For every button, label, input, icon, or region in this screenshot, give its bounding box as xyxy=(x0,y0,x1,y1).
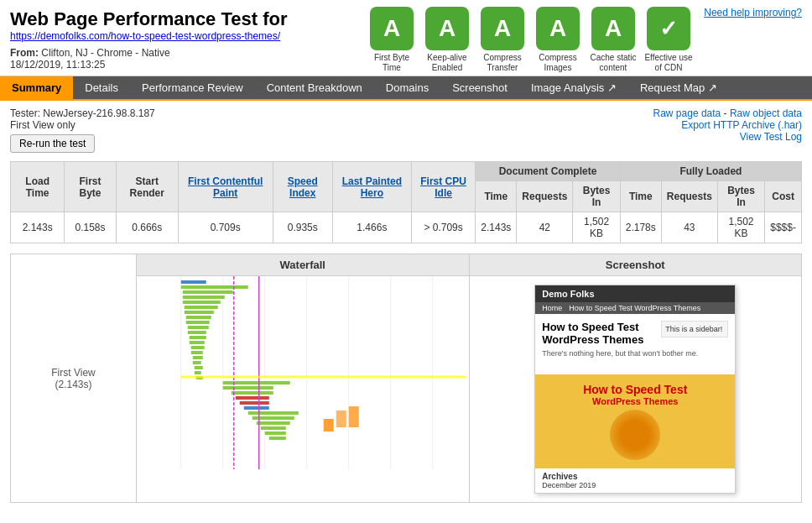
grade-label-cache-static: Cache static content xyxy=(587,53,639,73)
ss-archive-title: Archives xyxy=(542,472,728,481)
svg-rect-19 xyxy=(190,336,206,339)
table-row-first-view: 2.143s 0.158s 0.666s 0.709s 0.935s 1.466… xyxy=(11,212,802,243)
svg-rect-32 xyxy=(240,401,269,405)
grade-first-byte[interactable]: A First Byte Time xyxy=(366,7,418,73)
test-date: 18/12/2019, 11:13:25 xyxy=(10,59,105,71)
grades-container: A First Byte Time A Keep-alive Enabled A… xyxy=(366,7,695,73)
raw-object-data-link[interactable]: Raw object data xyxy=(730,107,802,119)
first-view-time: (2.143s) xyxy=(51,379,95,390)
first-view-label-panel: First View (2.143s) xyxy=(11,254,137,502)
tab-domains[interactable]: Domains xyxy=(374,76,440,99)
svg-rect-18 xyxy=(188,331,206,334)
ss-article-text: There's nothing here, but that won't bot… xyxy=(542,349,728,358)
grade-effective-cdn[interactable]: ✓ Effective use of CDN xyxy=(643,7,695,73)
cell-start-render: 0.666s xyxy=(116,212,178,243)
dc-bytes-header: Bytes In xyxy=(573,181,620,212)
svg-rect-37 xyxy=(261,426,286,430)
grade-label-first-byte: First Byte Time xyxy=(366,53,418,73)
svg-rect-33 xyxy=(244,406,269,410)
fl-requests-header: Requests xyxy=(661,181,717,212)
cell-first-byte: 0.158s xyxy=(65,212,116,243)
grade-label-compress-transfer: Compress Transfer xyxy=(476,53,528,73)
ss-archive-date: December 2019 xyxy=(542,481,728,489)
col-load-time: Load Time xyxy=(11,162,65,212)
cell-load-time: 2.143s xyxy=(11,212,65,243)
cell-speed-index: 0.935s xyxy=(273,212,332,243)
grade-keepalive[interactable]: A Keep-alive Enabled xyxy=(421,7,473,73)
col-fci-link[interactable]: First CPU Idle xyxy=(420,175,466,199)
from-value: Clifton, NJ - Chrome - Native xyxy=(41,47,169,59)
tab-request-map[interactable]: Request Map ↗ xyxy=(628,76,729,99)
tab-performance-review[interactable]: Performance Review xyxy=(130,76,255,99)
svg-rect-8 xyxy=(181,280,206,284)
grade-circle-cdn: ✓ xyxy=(647,7,690,50)
separator: - xyxy=(724,107,730,119)
svg-rect-0 xyxy=(139,276,466,469)
ss-hero-sub: WordPress Themes xyxy=(544,396,726,406)
col-lph-link[interactable]: Last Painted Hero xyxy=(342,175,402,199)
grade-compress-transfer[interactable]: A Compress Transfer xyxy=(476,7,528,73)
ss-site-header: Demo Folks xyxy=(535,285,735,302)
col-start-render: Start Render xyxy=(116,162,178,212)
ss-content: This is a sidebar! How to Speed Test Wor… xyxy=(535,314,735,369)
col-fcp-link[interactable]: First Contentful Paint xyxy=(188,175,263,199)
col-si-link[interactable]: Speed Index xyxy=(288,175,318,199)
screenshot-panel: Screenshot Demo Folks Home How to Speed … xyxy=(470,254,802,502)
svg-rect-39 xyxy=(269,437,286,440)
svg-rect-15 xyxy=(186,316,211,319)
cell-fci: > 0.709s xyxy=(411,212,475,243)
svg-rect-16 xyxy=(186,321,210,324)
grade-circle-keepalive: A xyxy=(425,7,469,50)
svg-rect-31 xyxy=(236,396,269,400)
waterfall-panel: Waterfall xyxy=(137,254,470,502)
page-header: Need help improving? A First Byte Time A… xyxy=(0,0,812,76)
ss-nav-home: Home xyxy=(542,304,562,312)
rerun-button[interactable]: Re-run the test xyxy=(10,134,95,153)
col-fci: First CPU Idle xyxy=(411,162,475,212)
svg-rect-13 xyxy=(185,306,218,309)
results-table: Load Time First Byte Start Render First … xyxy=(10,161,802,243)
view-type: First View only xyxy=(10,119,155,131)
raw-page-data-link[interactable]: Raw page data xyxy=(653,107,721,119)
first-view-text: First View xyxy=(51,367,95,379)
svg-rect-36 xyxy=(257,421,290,425)
first-view-label: First View (2.143s) xyxy=(51,367,95,390)
export-http-link[interactable]: Export HTTP Archive (.har) xyxy=(681,119,802,131)
cell-lph: 1.466s xyxy=(332,212,411,243)
cell-fl-cost: $$$$- xyxy=(765,212,802,243)
grade-label-cdn: Effective use of CDN xyxy=(643,53,695,73)
ss-hero: How to Speed Test WordPress Themes xyxy=(535,374,735,468)
tab-details[interactable]: Details xyxy=(73,76,130,99)
grade-compress-images[interactable]: A Compress Images xyxy=(532,7,584,73)
waterfall-image[interactable] xyxy=(137,276,469,469)
from-label: From: xyxy=(10,47,39,59)
tester-left: Tester: NewJersey-216.98.8.187 First Vie… xyxy=(10,107,155,153)
tester-info: Tester: NewJersey-216.98.8.187 xyxy=(10,107,155,119)
results-section: Load Time First Byte Start Render First … xyxy=(10,161,802,243)
svg-rect-25 xyxy=(195,366,203,369)
cell-fl-requests: 43 xyxy=(661,212,717,243)
fully-loaded-header: Fully Loaded xyxy=(620,162,801,181)
view-test-log-link[interactable]: View Test Log xyxy=(740,131,802,143)
screenshot-mockup: Demo Folks Home How to Speed Test WordPr… xyxy=(534,285,736,494)
fl-cost-header: Cost xyxy=(765,181,802,212)
tester-right: Raw page data - Raw object data Export H… xyxy=(653,107,802,143)
help-link[interactable]: Need help improving? xyxy=(704,7,802,18)
svg-rect-29 xyxy=(223,386,273,390)
tab-content-breakdown[interactable]: Content Breakdown xyxy=(255,76,374,99)
main-content: Tester: NewJersey-216.98.8.187 First Vie… xyxy=(0,101,812,510)
grade-label-compress-images: Compress Images xyxy=(532,53,584,73)
svg-rect-20 xyxy=(190,341,205,344)
page-url[interactable]: https://demofolks.com/how-to-speed-test-… xyxy=(10,30,280,42)
svg-rect-28 xyxy=(223,381,290,384)
grade-cache-static[interactable]: A Cache static content xyxy=(587,7,639,73)
tab-image-analysis[interactable]: Image Analysis ↗ xyxy=(519,76,628,99)
screenshot-image-container[interactable]: Demo Folks Home How to Speed Test WordPr… xyxy=(470,276,802,502)
tester-row: Tester: NewJersey-216.98.8.187 First Vie… xyxy=(10,107,802,153)
col-lph: Last Painted Hero xyxy=(332,162,411,212)
tab-summary[interactable]: Summary xyxy=(0,76,73,99)
cell-fl-bytes: 1,502 KB xyxy=(717,212,764,243)
screenshot-header: Screenshot xyxy=(470,254,802,276)
grade-circle-cache-static: A xyxy=(591,7,635,50)
tab-screenshot[interactable]: Screenshot xyxy=(440,76,519,99)
